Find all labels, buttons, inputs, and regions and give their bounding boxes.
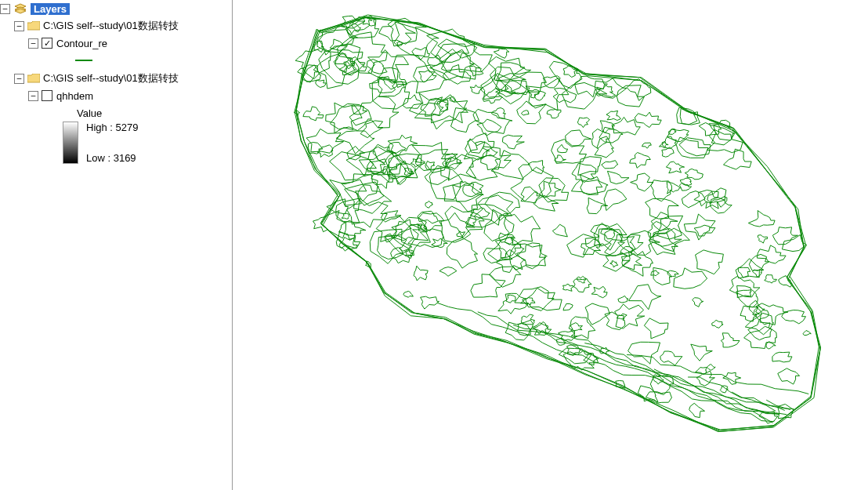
group2-row[interactable]: C:\GIS self--study\01数据转技 [0, 70, 232, 87]
layer-contour-swatch-row [0, 52, 232, 64]
layer-qhhdem-row[interactable]: qhhdem [0, 87, 232, 104]
layer-contour-row[interactable]: Contour_re [0, 34, 232, 52]
group1-path: C:\GIS self--study\01数据转技 [43, 19, 179, 33]
folder-icon [27, 21, 40, 31]
expand-toggle[interactable] [0, 4, 10, 14]
line-swatch [75, 60, 92, 61]
contour-layer [248, 4, 844, 459]
layer-qhhdem-label: qhhdem [56, 90, 93, 102]
group2-path: C:\GIS self--study\01数据转技 [43, 71, 179, 85]
app-root: Layers C:\GIS self--study\01数据转技 Contour… [0, 0, 868, 490]
high-value-label: High : 5279 [86, 122, 139, 133]
layers-root-label[interactable]: Layers [31, 3, 70, 15]
layer-visibility-checkbox[interactable] [42, 90, 52, 101]
color-ramp [63, 122, 78, 164]
layers-icon [13, 3, 27, 14]
layers-root-row[interactable]: Layers [0, 0, 232, 17]
raster-ramp: High : 5279 Low : 3169 [63, 122, 232, 164]
layer-contour-label: Contour_re [56, 38, 107, 49]
expand-toggle[interactable] [28, 38, 38, 49]
expand-toggle[interactable] [14, 21, 24, 31]
expand-toggle[interactable] [28, 91, 38, 101]
group1-row[interactable]: C:\GIS self--study\01数据转技 [0, 17, 232, 34]
layers-panel: Layers C:\GIS self--study\01数据转技 Contour… [0, 0, 233, 490]
map-view[interactable] [233, 0, 868, 490]
low-value-label: Low : 3169 [86, 152, 139, 164]
layer-visibility-checkbox[interactable] [42, 38, 52, 49]
value-heading-row: Value [77, 104, 232, 122]
folder-icon [27, 74, 40, 84]
expand-toggle[interactable] [14, 74, 24, 84]
value-heading: Value [77, 107, 102, 119]
